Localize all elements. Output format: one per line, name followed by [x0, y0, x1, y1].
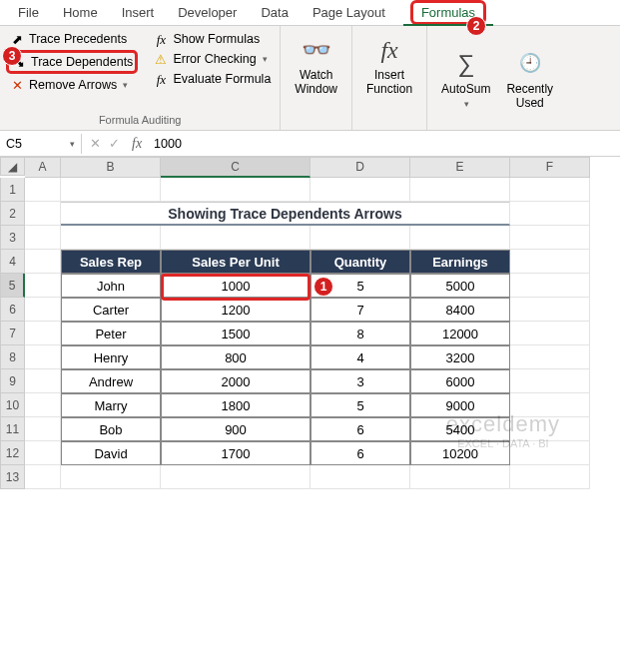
table-cell[interactable]: 900 — [161, 417, 310, 441]
tab-file[interactable]: File — [6, 0, 51, 25]
cell[interactable] — [310, 178, 410, 202]
table-cell[interactable]: 6 — [310, 417, 410, 441]
cell[interactable] — [510, 274, 590, 298]
table-cell[interactable]: 9000 — [410, 393, 510, 417]
table-header[interactable]: Sales Per Unit — [161, 250, 310, 274]
row-header-8[interactable]: 8 — [0, 345, 25, 369]
table-cell[interactable]: 8400 — [410, 298, 510, 322]
cell[interactable] — [25, 250, 61, 274]
cell[interactable] — [310, 226, 410, 250]
tab-developer[interactable]: Developer — [166, 0, 249, 25]
cell[interactable] — [410, 178, 510, 202]
title-cell[interactable]: Showing Trace Dependents Arrows — [61, 202, 510, 226]
cell[interactable] — [510, 393, 590, 417]
cell[interactable] — [510, 178, 590, 202]
watch-window-button[interactable]: 👓 Watch Window — [287, 30, 345, 101]
col-header-B[interactable]: B — [61, 157, 161, 178]
cell[interactable] — [25, 345, 61, 369]
trace-dependents-button[interactable]: ⬊ Trace Dependents — [6, 50, 138, 74]
cell[interactable] — [25, 226, 61, 250]
row-header-3[interactable]: 3 — [0, 226, 25, 250]
table-cell[interactable]: John — [61, 274, 161, 298]
col-header-E[interactable]: E — [410, 157, 510, 178]
cell[interactable] — [410, 226, 510, 250]
table-cell[interactable]: 3 — [310, 369, 410, 393]
row-header-9[interactable]: 9 — [0, 369, 25, 393]
table-header[interactable]: Earnings — [410, 250, 510, 274]
select-all-triangle[interactable]: ◢ — [0, 157, 25, 176]
table-cell[interactable]: 800 — [161, 345, 310, 369]
cell[interactable] — [510, 465, 590, 489]
row-header-13[interactable]: 13 — [0, 465, 25, 489]
cell[interactable] — [510, 369, 590, 393]
cell[interactable] — [25, 393, 61, 417]
tab-insert[interactable]: Insert — [110, 0, 167, 25]
cancel-icon[interactable]: ✕ — [90, 136, 101, 151]
table-header[interactable]: Quantity — [310, 250, 410, 274]
cell[interactable] — [25, 417, 61, 441]
cell[interactable] — [25, 322, 61, 345]
fx-icon[interactable]: fx — [128, 136, 146, 152]
cell[interactable] — [61, 178, 161, 202]
worksheet-grid[interactable]: ◢ A B C D E F 12Showing Trace Dependents… — [0, 157, 620, 489]
cell[interactable] — [25, 202, 61, 226]
cell[interactable] — [161, 465, 310, 489]
table-cell[interactable]: 1700 — [161, 441, 310, 465]
cell[interactable] — [510, 298, 590, 322]
cell[interactable] — [25, 298, 61, 322]
row-header-4[interactable]: 4 — [0, 250, 25, 274]
row-header-11[interactable]: 11 — [0, 417, 25, 441]
remove-arrows-button[interactable]: ✕ Remove Arrows ▾ — [6, 76, 138, 94]
row-header-10[interactable]: 10 — [0, 393, 25, 417]
cell[interactable] — [61, 465, 161, 489]
recently-used-button[interactable]: 🕘 Recently Used — [498, 30, 561, 128]
cell[interactable] — [510, 250, 590, 274]
table-cell[interactable]: Marry — [61, 393, 161, 417]
cell[interactable] — [25, 274, 61, 298]
chevron-down-icon[interactable]: ▾ — [70, 139, 75, 149]
cell[interactable] — [25, 178, 61, 202]
row-header-7[interactable]: 7 — [0, 322, 25, 345]
cell[interactable] — [61, 226, 161, 250]
table-cell[interactable]: 10200 — [410, 441, 510, 465]
table-cell[interactable]: 5400 — [410, 417, 510, 441]
table-cell[interactable]: 2000 — [161, 369, 310, 393]
table-cell[interactable]: 12000 — [410, 322, 510, 345]
row-header-2[interactable]: 2 — [0, 202, 25, 226]
cell[interactable] — [25, 465, 61, 489]
col-header-F[interactable]: F — [510, 157, 590, 178]
trace-precedents-button[interactable]: ⬈ Trace Precedents — [6, 30, 138, 48]
cell[interactable] — [161, 226, 310, 250]
show-formulas-button[interactable]: fx Show Formulas — [150, 30, 274, 48]
cell[interactable] — [510, 417, 590, 441]
cell[interactable] — [161, 178, 310, 202]
name-box[interactable]: C5 ▾ — [0, 134, 82, 154]
table-cell[interactable]: 3200 — [410, 345, 510, 369]
cell[interactable] — [510, 202, 590, 226]
confirm-icon[interactable]: ✓ — [109, 136, 120, 151]
table-cell[interactable]: Peter — [61, 322, 161, 345]
table-cell[interactable]: 1200 — [161, 298, 310, 322]
table-cell[interactable]: 6 — [310, 441, 410, 465]
row-header-1[interactable]: 1 — [0, 178, 25, 202]
evaluate-formula-button[interactable]: fx Evaluate Formula — [150, 70, 274, 88]
table-cell[interactable]: 5000 — [410, 274, 510, 298]
cell[interactable] — [510, 441, 590, 465]
insert-function-button[interactable]: fx Insert Function — [358, 30, 420, 101]
cell[interactable] — [25, 369, 61, 393]
tab-pagelayout[interactable]: Page Layout — [301, 0, 397, 25]
error-checking-button[interactable]: ⚠ Error Checking ▾ — [150, 50, 274, 68]
table-cell[interactable]: 4 — [310, 345, 410, 369]
table-cell[interactable]: 1000 — [161, 274, 310, 298]
col-header-A[interactable]: A — [25, 157, 61, 178]
cell[interactable] — [310, 465, 410, 489]
table-cell[interactable]: Carter — [61, 298, 161, 322]
table-header[interactable]: Sales Rep — [61, 250, 161, 274]
table-cell[interactable]: Andrew — [61, 369, 161, 393]
table-cell[interactable]: 1800 — [161, 393, 310, 417]
row-header-12[interactable]: 12 — [0, 441, 25, 465]
table-cell[interactable]: 7 — [310, 298, 410, 322]
col-header-D[interactable]: D — [310, 157, 410, 178]
tab-data[interactable]: Data — [249, 0, 300, 25]
formula-input[interactable]: 1000 — [146, 134, 620, 154]
